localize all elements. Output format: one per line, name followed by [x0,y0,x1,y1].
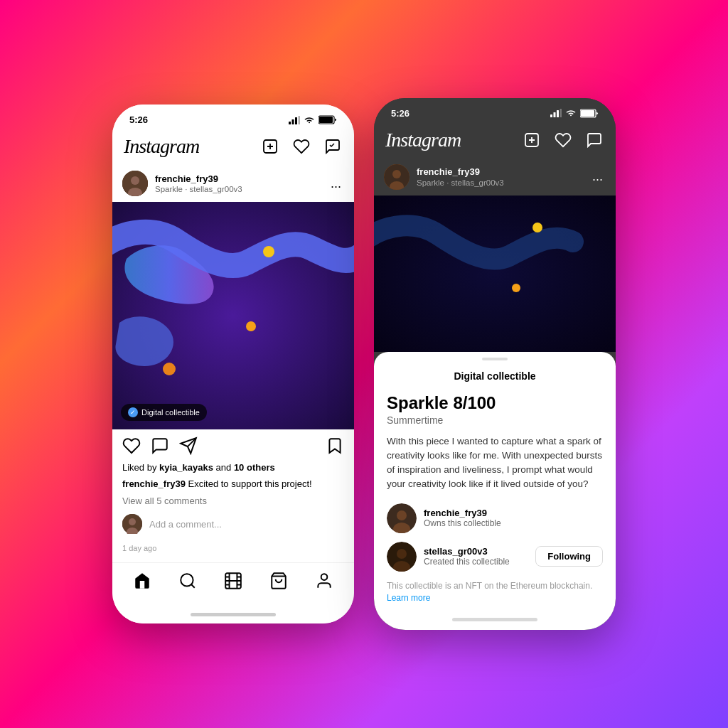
caption-content: Excited to support this project! [188,478,312,489]
post-username-dark[interactable]: frenchie_fry39 [417,166,582,178]
post-time: 1 day ago [112,540,354,562]
svg-point-10 [131,176,139,185]
svg-line-22 [191,584,195,588]
likes-text: Liked by kyia_kayaks and 10 others [122,462,344,473]
nav-search[interactable] [178,572,197,593]
nav-reels[interactable] [224,572,242,593]
creator-username[interactable]: stellas_gr00v3 [424,546,528,557]
wifi-icon [304,116,315,124]
battery-icon-dark [580,109,599,118]
wifi-icon-dark [565,109,577,117]
svg-point-52 [397,549,407,559]
nav-profile[interactable] [315,572,333,593]
caption-text: frenchie_fry39 Excited to support this p… [122,478,312,489]
post-username-light[interactable]: frenchie_fry39 [155,173,321,186]
post-actions [112,429,354,462]
post-image-light: ✓ Digital collectible [112,202,354,429]
creator-avatar [387,542,417,572]
svg-point-32 [321,574,328,580]
view-comments-text[interactable]: View all 5 comments [122,496,207,506]
learn-more-link[interactable]: Learn more [387,593,430,603]
caption-username[interactable]: frenchie_fry39 [122,478,186,489]
sheet-handle-area [374,352,616,366]
instagram-logo-dark: Instagram [385,129,461,151]
messenger-button-dark[interactable] [584,130,604,150]
svg-point-14 [246,321,256,331]
digital-collectible-badge: ✓ Digital collectible [121,404,207,421]
nft-subtitle: Summertime [387,414,603,426]
status-bar-dark: 5:26 [374,98,616,123]
nft-creator: stellas_gr00v3 Created this collectible … [387,542,603,572]
header-icons-dark [522,130,604,150]
svg-rect-0 [289,122,291,124]
art-svg-dark [374,196,616,352]
instagram-logo-light: Instagram [124,135,199,158]
svg-rect-33 [550,114,552,117]
nft-footer: This collectible is an NFT on the Ethere… [387,580,603,604]
nav-home[interactable] [133,572,151,593]
svg-rect-35 [557,110,559,117]
post-time-text: 1 day ago [122,544,156,552]
view-comments: View all 5 comments [112,493,354,510]
share-button[interactable] [179,437,198,458]
following-button[interactable]: Following [535,546,603,567]
notifications-button-dark[interactable] [553,130,573,150]
sheet-title: Digital collectible [374,366,616,393]
caption-section: frenchie_fry39 Excited to support this p… [112,476,354,493]
svg-point-46 [532,223,542,232]
status-icons-light [289,115,337,124]
add-post-button-dark[interactable] [522,130,542,150]
action-left [122,437,198,458]
comment-input: Add a comment... [112,510,354,540]
time-dark: 5:26 [391,108,410,119]
add-post-button[interactable] [260,136,280,156]
comment-button[interactable] [151,437,169,458]
home-indicator-dark [374,615,616,630]
notifications-button[interactable] [291,136,311,156]
svg-point-49 [397,510,407,520]
battery-icon [318,115,337,124]
likes-section: Liked by kyia_kayaks and 10 others [112,462,354,476]
header-icons-light [260,136,343,156]
more-options-button-dark[interactable]: ... [589,169,606,184]
nav-bar-light [112,562,354,610]
svg-rect-34 [554,112,556,117]
avatar-light[interactable] [122,171,148,196]
save-button[interactable] [326,437,344,458]
svg-rect-38 [581,110,594,117]
svg-point-21 [181,574,193,586]
svg-rect-36 [560,109,562,117]
post-user-info-dark: frenchie_fry39 Sparkle · stellas_gr00v3 [417,166,582,187]
home-indicator-bar-dark [452,618,537,621]
owner-role: Owns this collectible [424,518,603,528]
verified-icon: ✓ [128,407,138,417]
nft-footer-text: This collectible is an NFT on the Ethere… [387,581,592,591]
like-button[interactable] [122,437,141,458]
svg-rect-1 [292,119,294,124]
avatar-dark[interactable] [384,164,410,190]
post-subtitle-dark: Sparkle · stellas_gr00v3 [417,178,582,187]
post-image-dark [374,196,616,352]
signal-icon-dark [550,109,562,117]
nft-title: Sparkle 8/100 [387,393,603,413]
post-subtitle-light: Sparkle · stellas_gr00v3 [155,185,321,193]
svg-point-43 [392,170,401,178]
comment-placeholder[interactable]: Add a comment... [149,519,222,530]
abstract-art-light: ✓ Digital collectible [112,202,354,429]
sheet-body: Sparkle 8/100 Summertime With this piece… [374,393,616,616]
creator-info: stellas_gr00v3 Created this collectible [424,546,528,567]
abstract-art-dark [374,196,616,352]
messenger-button[interactable] [323,136,343,156]
more-options-button-light[interactable]: ... [328,176,344,191]
owner-info: frenchie_fry39 Owns this collectible [424,508,603,528]
phone-dark: 5:26 [374,98,616,631]
nav-shop[interactable] [269,572,288,593]
owner-username[interactable]: frenchie_fry39 [424,508,603,518]
post-user-info-light: frenchie_fry39 Sparkle · stellas_gr00v3 [155,173,321,194]
nft-description: With this piece I wanted to capture what… [387,434,603,492]
sheet-handle [482,358,508,360]
nft-owner: frenchie_fry39 Owns this collectible [387,503,603,533]
svg-rect-2 [295,117,297,124]
svg-point-13 [263,246,274,257]
ig-header-dark: Instagram [374,123,616,159]
